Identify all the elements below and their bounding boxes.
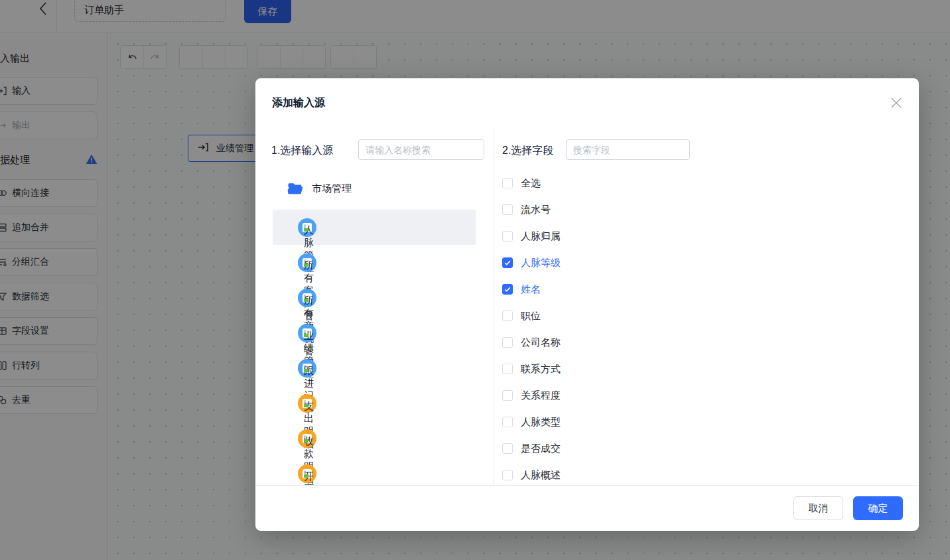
checkbox-icon[interactable] bbox=[502, 417, 513, 427]
close-icon[interactable] bbox=[890, 97, 902, 109]
field-checkbox-item[interactable]: 姓名 bbox=[502, 276, 919, 303]
field-label: 全选 bbox=[521, 177, 541, 190]
form-icon: 开票管理 bbox=[298, 464, 316, 483]
field-checkbox-item[interactable]: 是否成交 bbox=[502, 435, 919, 462]
field-label: 姓名 bbox=[521, 283, 541, 296]
checkbox-icon[interactable] bbox=[502, 390, 513, 401]
field-checkbox-item[interactable]: 职位 bbox=[502, 303, 919, 329]
form-icon: 业绩管理 bbox=[298, 324, 316, 342]
folder-item[interactable]: 市场管理 bbox=[287, 178, 352, 199]
form-icon: 人脉管理 bbox=[298, 218, 316, 237]
checkbox-icon[interactable] bbox=[502, 337, 513, 348]
field-checkbox-item[interactable]: 人脉等级 bbox=[502, 249, 919, 276]
source-item[interactable]: 收款明细 bbox=[273, 421, 476, 456]
field-label: 流水号 bbox=[521, 204, 551, 216]
field-checkbox-item[interactable]: 公司名称 bbox=[502, 329, 919, 356]
ok-button[interactable]: 确定 bbox=[853, 496, 903, 520]
field-label: 人脉概述 bbox=[521, 469, 561, 482]
checkbox-icon[interactable] bbox=[502, 257, 513, 268]
checkbox-icon[interactable] bbox=[502, 231, 513, 242]
cancel-button[interactable]: 取消 bbox=[793, 496, 843, 520]
form-icon: 支出明细 bbox=[298, 394, 316, 413]
field-panel: 2.选择字段 全选 流水号 人脉归属 人脉等级 姓名 职位 公司名称 联系方式 … bbox=[494, 126, 919, 485]
source-item[interactable]: 所有商机管理 bbox=[273, 280, 476, 315]
field-checkbox-item[interactable]: 人脉类型 bbox=[502, 409, 919, 435]
checkbox-icon[interactable] bbox=[502, 311, 513, 321]
field-label: 关系程度 bbox=[521, 389, 561, 402]
checkbox-icon[interactable] bbox=[502, 284, 513, 295]
field-checkbox-item[interactable]: 人脉归属 bbox=[502, 223, 919, 249]
form-icon: 跟进记录 bbox=[298, 359, 316, 378]
field-checkbox-item[interactable]: 联系方式 bbox=[502, 356, 919, 382]
field-label: 人脉归属 bbox=[521, 230, 561, 243]
field-checkbox-item[interactable]: 流水号 bbox=[502, 196, 919, 223]
checkbox-icon[interactable] bbox=[502, 178, 513, 188]
field-checkbox-item[interactable]: 关系程度 bbox=[502, 382, 919, 409]
form-icon: 收款明细 bbox=[298, 429, 316, 448]
source-list: 人脉管理 所有客户管理 所有商机管理 业绩管理 跟进记录 支出明细 收款明细 开… bbox=[273, 210, 476, 485]
source-item[interactable]: 业绩管理 bbox=[273, 315, 476, 350]
field-checkbox-item[interactable]: 人脉概述 bbox=[502, 462, 919, 485]
checkbox-icon[interactable] bbox=[502, 470, 513, 480]
field-label: 是否成交 bbox=[521, 443, 561, 455]
field-label: 职位 bbox=[521, 310, 541, 322]
add-input-source-dialog: 添加输入源 1.选择输入源 市场管理 人脉管理 所有客户管理 所有商机管理 业绩… bbox=[255, 78, 919, 531]
source-item[interactable]: 人脉管理 bbox=[273, 210, 476, 245]
folder-name: 市场管理 bbox=[312, 182, 352, 195]
checkbox-icon[interactable] bbox=[502, 364, 513, 374]
source-item[interactable]: 跟进记录 bbox=[273, 350, 476, 385]
source-item[interactable]: 所有客户管理 bbox=[273, 245, 476, 280]
field-label: 公司名称 bbox=[521, 336, 561, 349]
checkbox-icon[interactable] bbox=[502, 443, 513, 454]
form-icon: 所有商机管理 bbox=[298, 289, 316, 307]
field-list: 全选 流水号 人脉归属 人脉等级 姓名 职位 公司名称 联系方式 关系程度 人脉… bbox=[502, 170, 919, 485]
form-icon: 所有客户管理 bbox=[298, 253, 316, 272]
field-label: 人脉类型 bbox=[521, 416, 561, 429]
source-panel: 1.选择输入源 市场管理 人脉管理 所有客户管理 所有商机管理 业绩管理 跟进记… bbox=[255, 126, 494, 485]
field-label: 联系方式 bbox=[521, 363, 561, 376]
source-item[interactable]: 开票管理 bbox=[273, 456, 476, 485]
dialog-body: 1.选择输入源 市场管理 人脉管理 所有客户管理 所有商机管理 业绩管理 跟进记… bbox=[255, 126, 919, 485]
dialog-footer: 取消 确定 bbox=[255, 485, 919, 531]
source-item[interactable]: 支出明细 bbox=[273, 385, 476, 421]
checkbox-icon[interactable] bbox=[502, 204, 513, 215]
field-search-input[interactable] bbox=[566, 139, 690, 160]
source-search-input[interactable] bbox=[358, 139, 484, 160]
field-label: 人脉等级 bbox=[521, 257, 561, 269]
field-step-label: 2.选择字段 bbox=[502, 144, 553, 158]
dialog-title: 添加输入源 bbox=[272, 96, 325, 110]
source-step-label: 1.选择输入源 bbox=[271, 144, 333, 158]
field-checkbox-item[interactable]: 全选 bbox=[502, 170, 919, 196]
folder-icon bbox=[287, 182, 303, 195]
